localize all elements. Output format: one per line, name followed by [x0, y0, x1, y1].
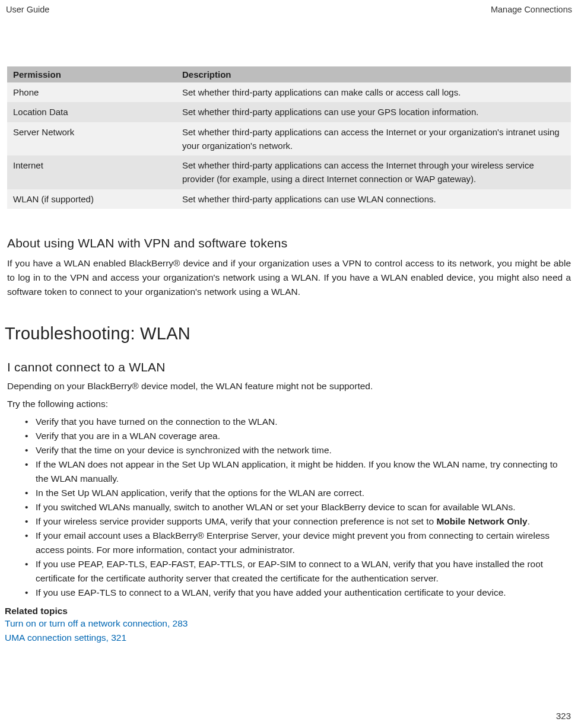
cell-description: Set whether third-party applications can…	[176, 82, 571, 102]
th-description: Description	[176, 66, 571, 82]
list-item: If you use EAP-TLS to connect to a WLAN,…	[36, 586, 571, 600]
cell-permission: Location Data	[7, 102, 176, 122]
header-right: Manage Connections	[491, 5, 572, 14]
text: If your wireless service provider suppor…	[36, 516, 436, 526]
list-item: If your email account uses a BlackBerry®…	[36, 529, 571, 557]
section-heading-troubleshooting: Troubleshooting: WLAN	[5, 324, 571, 344]
table-row: Phone Set whether third-party applicatio…	[7, 82, 571, 102]
list-item: Verify that the time on your device is s…	[36, 443, 571, 457]
bullet-list: Verify that you have turned on the conne…	[7, 415, 571, 600]
th-permission: Permission	[7, 66, 176, 82]
table-row: Internet Set whether third-party applica…	[7, 155, 571, 189]
cell-description: Set whether third-party applications can…	[176, 102, 571, 122]
page-number: 323	[556, 711, 571, 721]
subsection-heading: I cannot connect to a WLAN	[7, 360, 571, 374]
cell-permission: Phone	[7, 82, 176, 102]
header-left: User Guide	[6, 5, 49, 14]
section-heading-wlan-vpn: About using WLAN with VPN and software t…	[7, 236, 571, 250]
list-item: If you switched WLANs manually, switch t…	[36, 500, 571, 514]
related-link[interactable]: UMA connection settings, 321	[5, 631, 571, 645]
table-row: WLAN (if supported) Set whether third-pa…	[7, 189, 571, 209]
list-item: Verify that you have turned on the conne…	[36, 415, 571, 429]
list-item: If your wireless service provider suppor…	[36, 514, 571, 529]
permissions-table: Permission Description Phone Set whether…	[7, 66, 571, 209]
list-item: If the WLAN does not appear in the Set U…	[36, 457, 571, 486]
list-item: In the Set Up WLAN application, verify t…	[36, 486, 571, 500]
related-link[interactable]: Turn on or turn off a network connection…	[5, 616, 571, 631]
cell-description: Set whether third-party applications can…	[176, 122, 571, 156]
cell-description: Set whether third-party applications can…	[176, 155, 571, 189]
body-text: If you have a WLAN enabled BlackBerry® d…	[7, 256, 571, 299]
body-text: Try the following actions:	[7, 397, 571, 411]
table-row: Location Data Set whether third-party ap…	[7, 102, 571, 122]
list-item: Verify that you are in a WLAN coverage a…	[36, 429, 571, 443]
cell-permission: Server Network	[7, 122, 176, 156]
body-text: Depending on your BlackBerry® device mod…	[7, 379, 571, 393]
cell-description: Set whether third-party applications can…	[176, 189, 571, 209]
cell-permission: Internet	[7, 155, 176, 189]
table-row: Server Network Set whether third-party a…	[7, 122, 571, 156]
list-item: If you use PEAP, EAP-TLS, EAP-FAST, EAP-…	[36, 557, 571, 586]
bold-text: Mobile Network Only	[436, 516, 527, 526]
cell-permission: WLAN (if supported)	[7, 189, 176, 209]
related-topics-heading: Related topics	[5, 606, 571, 616]
text: .	[528, 516, 530, 526]
